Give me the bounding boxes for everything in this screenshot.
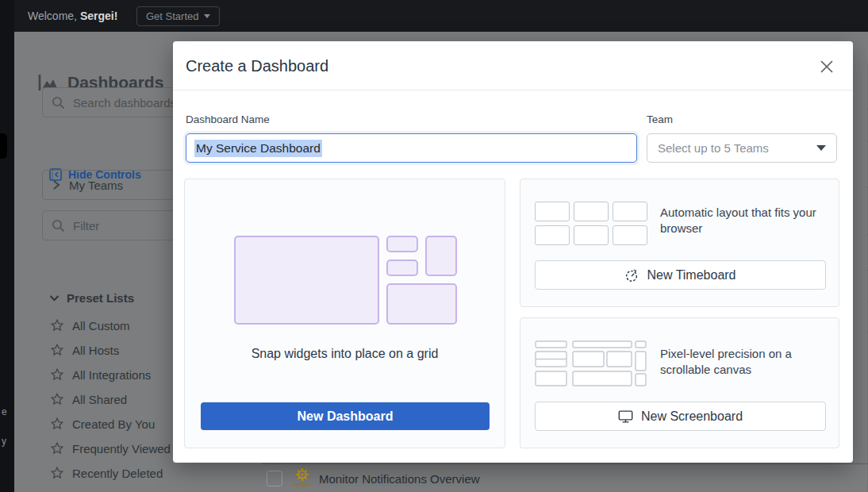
create-dashboard-modal: Create a Dashboard Dashboard Name Team M… — [173, 41, 853, 463]
team-select-placeholder: Select up to 5 Teams — [658, 141, 769, 155]
screenboard-illustration — [535, 339, 647, 386]
chevron-down-icon — [49, 294, 60, 302]
preset-item-all-shared[interactable]: All Shared — [50, 391, 188, 407]
star-icon[interactable] — [50, 441, 64, 455]
timeboard-card: Automatic layout that fits your browser … — [520, 179, 839, 307]
star-icon[interactable] — [50, 318, 64, 332]
my-teams-label: My Teams — [69, 179, 123, 192]
nav-label-fragment: y — [2, 436, 6, 447]
star-icon[interactable] — [50, 367, 64, 382]
row-checkbox[interactable] — [267, 471, 282, 486]
screenboard-icon — [618, 409, 633, 424]
star-icon[interactable] — [50, 417, 64, 431]
preset-lists: All Custom All Hosts All Integrations Al… — [50, 317, 188, 481]
integration-icon-caption: system — [294, 482, 311, 487]
new-dashboard-button[interactable]: New Dashboard — [201, 402, 490, 430]
dashboard-name-label: Dashboard Name — [186, 113, 270, 125]
active-nav-indicator — [0, 133, 7, 159]
welcome-text: Welcome, Sergei! — [28, 0, 117, 32]
search-icon — [52, 219, 65, 233]
grid-layout-illustration — [234, 236, 458, 325]
timeboard-icon — [624, 268, 639, 283]
search-placeholder: Search dashboards — [73, 96, 176, 110]
get-started-button[interactable]: Get Started — [136, 6, 220, 26]
chevron-down-caret — [816, 145, 826, 151]
filter-placeholder: Filter — [73, 219, 99, 233]
team-label: Team — [647, 113, 673, 125]
screenboard-card-caption: Pixel-level precision on a scrollable ca… — [660, 346, 831, 379]
top-bar: Welcome, Sergei! Get Started — [0, 0, 868, 32]
star-icon[interactable] — [50, 392, 64, 406]
preset-item-all-custom[interactable]: All Custom — [50, 317, 188, 333]
search-icon — [52, 96, 65, 110]
screenboard-card: Pixel-level precision on a scrollable ca… — [520, 317, 839, 448]
preset-item-created-by-you[interactable]: Created By You — [50, 416, 188, 432]
preset-lists-header[interactable]: Preset Lists — [49, 291, 134, 305]
row-integration-icon: system — [294, 467, 311, 487]
chevron-down-icon — [204, 14, 210, 18]
dashboard-row-title[interactable]: Monitor Notifications Overview — [319, 472, 480, 486]
grid-dashboard-card: Snap widgets into place on a grid New Da… — [184, 179, 505, 448]
team-select[interactable]: Select up to 5 Teams — [647, 133, 837, 163]
grid-card-caption: Snap widgets into place on a grid — [185, 347, 505, 361]
timeboard-illustration — [535, 202, 647, 245]
modal-header-divider — [173, 90, 853, 90]
star-icon[interactable] — [50, 466, 64, 480]
dashboard-name-input[interactable]: My Service Dashboard — [186, 133, 637, 163]
new-timeboard-button[interactable]: New Timeboard — [535, 260, 826, 290]
system-gear-icon — [294, 467, 310, 482]
timeboard-card-caption: Automatic layout that fits your browser — [660, 205, 831, 237]
user-name: Sergei! — [80, 10, 117, 22]
chevron-right-icon — [52, 179, 61, 190]
modal-title: Create a Dashboard — [186, 57, 328, 75]
row-separator — [262, 463, 868, 464]
selected-input-text: My Service Dashboard — [194, 140, 322, 157]
left-nav-strip: e y — [0, 0, 14, 492]
nav-label-fragment: e — [2, 406, 7, 417]
star-icon[interactable] — [50, 343, 64, 357]
close-icon[interactable] — [818, 58, 835, 75]
preset-item-all-hosts[interactable]: All Hosts — [50, 342, 188, 358]
new-screenboard-button[interactable]: New Screenboard — [535, 402, 826, 431]
preset-item-frequently-viewed[interactable]: Frequently Viewed By — [50, 440, 188, 456]
preset-item-recently-deleted[interactable]: Recently Deleted — [50, 465, 188, 481]
preset-item-all-integrations[interactable]: All Integrations — [50, 367, 188, 382]
preset-lists-label: Preset Lists — [67, 291, 134, 305]
